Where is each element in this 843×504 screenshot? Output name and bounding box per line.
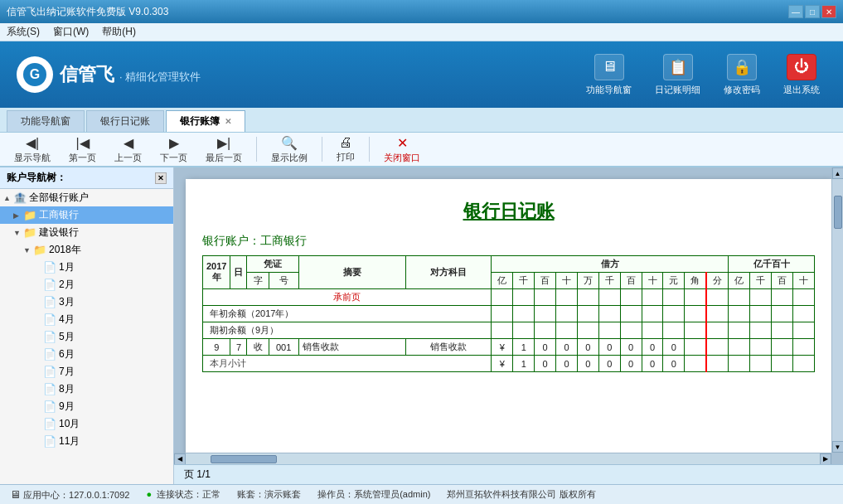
tree-item-icbc[interactable]: ▶ 📁 工商银行 <box>0 206 173 224</box>
tree-item-jan[interactable]: 📄 1月 <box>0 259 173 276</box>
tree-label: 3月 <box>59 295 75 309</box>
scroll-thumb[interactable] <box>834 196 842 229</box>
tree-item-feb[interactable]: 📄 2月 <box>0 276 173 293</box>
ob-d3 <box>535 306 556 322</box>
po-d4 <box>556 322 578 339</box>
last-page-button[interactable]: ▶| 最后一页 <box>198 133 250 167</box>
carry-d6 <box>598 289 620 306</box>
tree-label: 2月 <box>59 278 75 292</box>
horizontal-scrollbar[interactable]: ◀ ▶ <box>174 453 831 464</box>
connection-ok-icon: ● <box>146 489 152 499</box>
first-page-button[interactable]: |◀ 第一页 <box>61 133 104 167</box>
tree-item-all-accounts[interactable]: ▲ 🏦 全部银行账户 <box>0 189 173 206</box>
journal-icon: 📋 <box>663 54 693 80</box>
scroll-down-button[interactable]: ▼ <box>832 441 844 453</box>
st-d5: 0 <box>577 356 598 372</box>
next-page-button[interactable]: ▶ 下一页 <box>153 133 195 167</box>
tab-bank-journal[interactable]: 银行日记账 <box>86 110 164 132</box>
status-bar: 🖥 应用中心：127.0.0.1:7092 ● 连接状态：正常 账套：演示账套 … <box>0 484 843 504</box>
sep3 <box>369 137 370 162</box>
tree-item-oct[interactable]: 📄 10月 <box>0 415 173 433</box>
vertical-scrollbar[interactable]: ▲ ▼ <box>831 167 843 453</box>
maximize-button[interactable]: □ <box>805 5 820 18</box>
scroll-track[interactable] <box>832 179 843 441</box>
debit-jiao: 角 <box>685 273 707 289</box>
minimize-button[interactable]: — <box>788 5 803 18</box>
account-set-status: 账套：演示账套 <box>237 488 301 501</box>
tx-b3 <box>772 339 793 356</box>
st-d10 <box>685 356 707 372</box>
tree-item-may[interactable]: 📄 5月 <box>0 328 173 346</box>
show-nav-button[interactable]: ◀| 显示导航 <box>7 133 58 167</box>
print-button[interactable]: 🖨 打印 <box>329 133 362 166</box>
carry-label: 承前页 <box>203 289 492 306</box>
tab-bank-ledger[interactable]: 银行账簿 ✕ <box>166 110 245 132</box>
ob-d5 <box>577 306 598 322</box>
hscroll-track[interactable] <box>186 453 820 464</box>
carry-d4 <box>556 289 578 306</box>
window-controls: — □ ✕ <box>788 5 836 18</box>
subtotal-label: 本月小计 <box>203 356 492 372</box>
tree-item-jun[interactable]: 📄 6月 <box>0 346 173 363</box>
tab-close-icon[interactable]: ✕ <box>225 117 231 126</box>
ob-d6 <box>598 306 620 322</box>
nav-window-button[interactable]: 🖥 功能导航窗 <box>579 51 638 99</box>
journal-reminder-button[interactable]: 📋 日记账明细 <box>648 51 707 99</box>
svg-text:G: G <box>30 67 40 81</box>
zoom-button[interactable]: 🔍 显示比例 <box>264 133 315 167</box>
logout-button[interactable]: ⏻ 退出系统 <box>777 51 826 99</box>
tree-item-sep[interactable]: 📄 9月 <box>0 398 173 415</box>
sidebar-close-button[interactable]: ✕ <box>155 172 167 184</box>
tree-item-aug[interactable]: 📄 8月 <box>0 380 173 398</box>
debit-qian2: 千 <box>598 273 620 289</box>
tree-item-mar[interactable]: 📄 3月 <box>0 293 173 311</box>
po-d7 <box>620 322 642 339</box>
close-button[interactable]: ✕ <box>821 5 836 18</box>
scroll-left-button[interactable]: ◀ <box>174 453 186 465</box>
voucher-header: 凭证 <box>247 256 298 273</box>
ob-b4 <box>793 306 815 322</box>
menu-system[interactable]: 系统(S) <box>7 25 40 39</box>
menu-help[interactable]: 帮助(H) <box>102 25 136 39</box>
ob-d10 <box>685 306 707 322</box>
tree-item-2018[interactable]: ▼ 📁 2018年 <box>0 241 173 259</box>
monitor-icon: 🖥 <box>594 54 624 80</box>
scroll-right-button[interactable]: ▶ <box>820 453 831 465</box>
account-tree: ▲ 🏦 全部银行账户 ▶ 📁 工商银行 ▼ 📁 建设银行 ▼ 📁 2018年 <box>0 189 173 484</box>
ledger-table: 2017年 日 凭证 摘要 对方科目 借方 亿千百十 字 号 <box>202 255 815 372</box>
tx-d7: 0 <box>620 339 642 356</box>
file-icon: 📄 <box>43 383 56 395</box>
prev-page-button[interactable]: ◀ 上一页 <box>107 133 149 167</box>
st-d6: 0 <box>598 356 620 372</box>
st-d4: 0 <box>556 356 578 372</box>
tree-item-jul[interactable]: 📄 7月 <box>0 363 173 380</box>
carry-d9 <box>663 289 685 306</box>
bal-shi: 十 <box>793 273 815 289</box>
debit-shi: 十 <box>556 273 578 289</box>
debit-fen: 分 <box>706 273 729 289</box>
tree-label: 10月 <box>59 417 80 431</box>
tx-d3: 0 <box>535 339 556 356</box>
change-password-button[interactable]: 🔒 修改密码 <box>717 51 767 99</box>
st-b1 <box>729 356 750 372</box>
po-d5 <box>577 322 598 339</box>
tree-item-ccb[interactable]: ▼ 📁 建设银行 <box>0 224 173 241</box>
tx-d11 <box>706 339 729 356</box>
carry-d11 <box>706 289 729 306</box>
tx-summary: 销售收款 <box>298 339 405 356</box>
close-window-button[interactable]: ✕ 关闭窗口 <box>376 133 428 167</box>
menu-bar: 系统(S) 窗口(W) 帮助(H) <box>0 23 843 41</box>
tree-label: 9月 <box>59 400 75 414</box>
tab-nav-window[interactable]: 功能导航窗 <box>7 110 85 132</box>
toolbar: ◀| 显示导航 |◀ 第一页 ◀ 上一页 ▶ 下一页 ▶| 最后一页 🔍 显示比… <box>0 133 843 167</box>
po-d1 <box>492 322 513 339</box>
scroll-up-button[interactable]: ▲ <box>832 167 844 179</box>
po-d10 <box>685 322 707 339</box>
hscroll-thumb[interactable] <box>211 455 277 463</box>
tree-item-nov[interactable]: 📄 11月 <box>0 433 173 450</box>
tx-d5: 0 <box>577 339 598 356</box>
menu-window[interactable]: 窗口(W) <box>53 25 89 39</box>
bal-yi: 亿 <box>729 273 750 289</box>
tree-item-apr[interactable]: 📄 4月 <box>0 311 173 328</box>
tree-label: 2018年 <box>49 243 81 257</box>
